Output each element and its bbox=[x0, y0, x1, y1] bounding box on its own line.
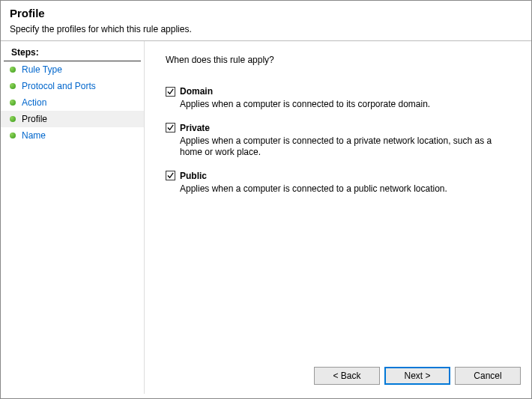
wizard-body: Steps: Rule Type Protocol and Ports Acti… bbox=[1, 41, 531, 394]
step-label: Profile bbox=[22, 114, 47, 124]
page-title: Profile bbox=[10, 7, 522, 19]
step-action[interactable]: Action bbox=[1, 94, 144, 111]
back-button[interactable]: < Back bbox=[314, 367, 380, 385]
checkbox-public[interactable] bbox=[166, 171, 175, 180]
option-desc: Applies when a computer is connected to … bbox=[180, 135, 502, 159]
option-label: Public bbox=[180, 171, 207, 181]
step-label: Rule Type bbox=[22, 64, 62, 75]
option-public: Public Applies when a computer is connec… bbox=[166, 171, 516, 195]
step-rule-type[interactable]: Rule Type bbox=[1, 61, 144, 78]
main-panel: When does this rule apply? Domain Applie… bbox=[145, 41, 531, 394]
button-row: < Back Next > Cancel bbox=[314, 367, 521, 385]
checkbox-private[interactable] bbox=[166, 123, 175, 133]
bullet-icon bbox=[10, 133, 16, 138]
check-icon bbox=[166, 88, 175, 96]
option-label: Domain bbox=[180, 86, 213, 97]
option-private: Private Applies when a computer is conne… bbox=[166, 123, 516, 159]
steps-title: Steps: bbox=[4, 44, 141, 61]
step-protocol-and-ports[interactable]: Protocol and Ports bbox=[1, 78, 144, 94]
checkbox-domain[interactable] bbox=[166, 87, 175, 97]
step-label: Protocol and Ports bbox=[22, 81, 96, 91]
step-label: Action bbox=[22, 97, 46, 108]
option-domain: Domain Applies when a computer is connec… bbox=[166, 86, 516, 111]
cancel-button[interactable]: Cancel bbox=[455, 367, 521, 385]
step-name[interactable]: Name bbox=[1, 127, 144, 144]
option-label: Private bbox=[180, 123, 210, 133]
bullet-icon bbox=[10, 83, 16, 89]
page-subtitle: Specify the profiles for which this rule… bbox=[10, 24, 522, 34]
option-desc: Applies when a computer is connected to … bbox=[180, 183, 502, 195]
check-icon bbox=[166, 171, 175, 180]
main-question: When does this rule apply? bbox=[166, 55, 516, 65]
bullet-icon bbox=[10, 100, 16, 106]
bullet-icon bbox=[10, 67, 16, 73]
step-profile[interactable]: Profile bbox=[1, 111, 144, 127]
check-icon bbox=[166, 124, 175, 132]
steps-sidebar: Steps: Rule Type Protocol and Ports Acti… bbox=[1, 41, 145, 394]
option-desc: Applies when a computer is connected to … bbox=[180, 99, 502, 111]
bullet-icon bbox=[10, 116, 16, 122]
step-label: Name bbox=[22, 130, 46, 141]
wizard-header: Profile Specify the profiles for which t… bbox=[1, 1, 531, 41]
next-button[interactable]: Next > bbox=[384, 367, 450, 385]
